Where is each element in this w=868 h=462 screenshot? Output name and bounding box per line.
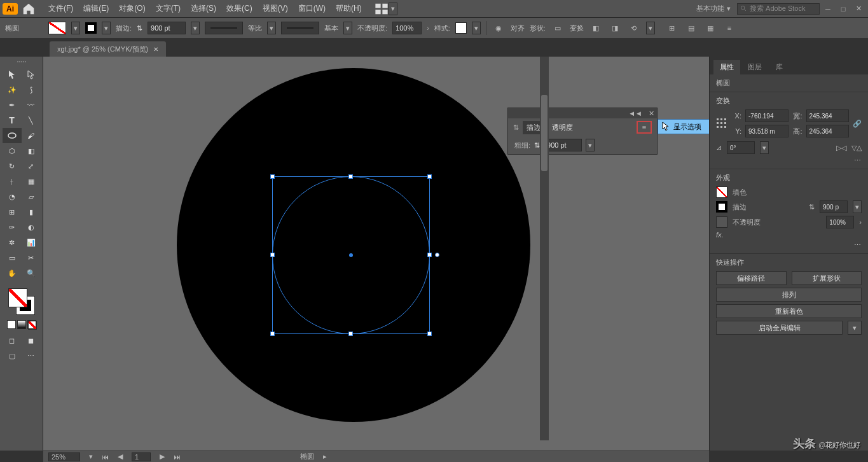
prop-opacity-swatch[interactable] — [716, 216, 727, 228]
handle-mr[interactable] — [427, 253, 432, 257]
artboard-tool[interactable]: ▭ — [3, 250, 22, 265]
perspective-tool[interactable]: ▱ — [22, 189, 41, 204]
eraser-tool[interactable]: ◧ — [22, 143, 41, 158]
fill-stroke-control[interactable] — [7, 287, 36, 316]
document-tab[interactable]: xgt.jpg* @ 25% (CMYK/预览) ✕ — [50, 41, 166, 57]
x-input[interactable]: -760.194 — [745, 109, 789, 122]
handle-tr[interactable] — [427, 174, 432, 179]
prop-opacity-input[interactable]: 100% — [826, 216, 854, 228]
symbol-sprayer-tool[interactable]: ✲ — [3, 235, 22, 250]
arrange-docs-dropdown[interactable]: ▾ — [389, 3, 397, 15]
handle-br[interactable] — [427, 332, 432, 336]
nav-first-icon[interactable]: ⏮ — [102, 453, 109, 461]
search-input[interactable]: 搜索 Adobe Stock — [737, 3, 820, 15]
prop-stroke-dd[interactable]: ▾ — [853, 200, 862, 213]
shape-btn-label[interactable]: 形状: — [530, 24, 546, 33]
fill-swatch[interactable] — [48, 22, 66, 34]
flip-h-icon[interactable]: ▷◁ — [836, 144, 846, 152]
zoom-input[interactable]: 25% — [48, 452, 80, 461]
weight-input[interactable]: 900 pt — [544, 139, 582, 151]
global-edit-button[interactable]: 启动全局编辑 — [716, 321, 843, 335]
shaper-tool[interactable]: ⬡ — [3, 143, 22, 158]
link-wh-icon[interactable]: 🔗 — [853, 120, 862, 128]
tab-libraries[interactable]: 库 — [769, 60, 789, 74]
fx-icon[interactable]: fx. — [716, 231, 724, 239]
draw-normal-icon[interactable]: ◻ — [3, 333, 22, 348]
menu-file[interactable]: 文件(F) — [43, 0, 78, 17]
edit-icon[interactable]: ⟲ — [627, 21, 641, 35]
direct-selection-tool[interactable] — [22, 67, 41, 82]
shape-options-icon[interactable]: ▭ — [551, 21, 565, 35]
workspace-switcher[interactable]: 基本功能▾ — [690, 4, 737, 13]
gradient-tool[interactable]: ▮ — [22, 204, 41, 220]
zoom-tool[interactable]: 🔍 — [22, 265, 41, 281]
isolate-icon[interactable]: ◧ — [589, 21, 603, 35]
tab-properties[interactable]: 属性 — [713, 60, 740, 74]
eyedropper-tool[interactable]: ✑ — [3, 220, 22, 235]
offset-path-button[interactable]: 偏移路径 — [716, 271, 787, 285]
transform2-icon[interactable]: ▦ — [703, 21, 717, 35]
rotate-tool[interactable]: ↻ — [3, 158, 22, 174]
lasso-tool[interactable]: ⟆ — [22, 82, 41, 97]
global-edit-dropdown[interactable]: ▾ — [848, 321, 862, 335]
selection-tool[interactable] — [3, 67, 22, 82]
h-input[interactable]: 245.364 — [806, 125, 850, 137]
edit-dropdown[interactable]: ▾ — [646, 22, 655, 34]
menu-edit[interactable]: 编辑(E) — [78, 0, 114, 17]
draw-behind-icon[interactable]: ◼ — [22, 333, 41, 348]
fill-dropdown[interactable]: ▾ — [71, 22, 80, 34]
window-close-icon[interactable]: ✕ — [851, 3, 865, 15]
pen-tool[interactable]: ✒ — [3, 97, 22, 113]
profile-dropdown[interactable]: ▾ — [267, 22, 276, 34]
line-tool[interactable]: ╲ — [22, 113, 41, 128]
graph-tool[interactable]: 📊 — [22, 235, 41, 250]
panel-close-icon[interactable]: ✕ — [649, 109, 654, 118]
angle-input[interactable]: 0° — [727, 141, 755, 154]
panel-menu-icon[interactable]: ≡ — [637, 121, 652, 134]
select-similar-icon[interactable]: ◨ — [608, 21, 622, 35]
nav-prev-icon[interactable]: ◀ — [118, 452, 123, 461]
align2-icon[interactable]: ▤ — [684, 21, 698, 35]
more-options-icon[interactable]: ⋯ — [716, 157, 862, 165]
menu-effect[interactable]: 效果(C) — [221, 0, 258, 17]
tab-layers[interactable]: 图层 — [741, 60, 768, 74]
hand-tool[interactable]: ✋ — [3, 265, 22, 281]
width-profile[interactable] — [205, 22, 243, 34]
stroke-dropdown[interactable]: ▾ — [102, 22, 111, 34]
transform-label[interactable]: 变换 — [570, 24, 584, 33]
vertical-scrollbar[interactable] — [540, 57, 549, 440]
recolor-button[interactable]: 重新着色 — [716, 304, 862, 318]
angle-dropdown[interactable]: ▾ — [760, 141, 769, 154]
menu-help[interactable]: 帮助(H) — [331, 0, 367, 17]
curvature-tool[interactable]: 〰 — [22, 97, 41, 113]
style-swatch[interactable] — [455, 22, 467, 34]
panel-options-icon[interactable]: ≡ — [722, 21, 736, 35]
paintbrush-tool[interactable]: 🖌 — [22, 128, 41, 143]
flip-v-icon[interactable]: ▽△ — [851, 144, 862, 152]
menu-select[interactable]: 选择(S) — [186, 0, 221, 17]
menu-view[interactable]: 视图(V) — [258, 0, 293, 17]
prop-fill-swatch[interactable] — [716, 186, 727, 198]
recolor-icon[interactable]: ◉ — [492, 21, 506, 35]
weight-dropdown[interactable]: ▾ — [586, 139, 595, 151]
handle-bc[interactable] — [348, 332, 353, 336]
tab-transparency[interactable]: 透明度 — [548, 121, 577, 134]
canvas[interactable]: ◄◄✕ ⇅ 描边 透明度 ≡ 粗细: ⇅ 900 pt ▾ 显示选项 — [43, 57, 709, 451]
close-icon[interactable]: ✕ — [153, 46, 158, 53]
opacity-input[interactable]: 100% — [392, 22, 422, 34]
mesh-tool[interactable]: ⊞ — [3, 204, 22, 220]
stroke-weight-dropdown[interactable]: ▾ — [191, 22, 200, 34]
handle-ml[interactable] — [270, 253, 275, 257]
nav-next-icon[interactable]: ▶ — [160, 452, 165, 461]
shape-builder-tool[interactable]: ◔ — [3, 189, 22, 204]
magic-wand-tool[interactable]: ✨ — [3, 82, 22, 97]
nav-last-icon[interactable]: ⏭ — [174, 453, 181, 461]
handle-bl[interactable] — [270, 332, 275, 336]
y-input[interactable]: 93.518 m — [745, 125, 789, 137]
w-input[interactable]: 245.364 — [806, 109, 850, 122]
screen-mode-icon[interactable]: ▢ — [3, 348, 22, 363]
handle-tc[interactable] — [348, 174, 353, 179]
scale-tool[interactable]: ⤢ — [22, 158, 41, 174]
type-tool[interactable]: T — [3, 113, 22, 128]
free-transform-tool[interactable]: ▦ — [22, 174, 41, 189]
